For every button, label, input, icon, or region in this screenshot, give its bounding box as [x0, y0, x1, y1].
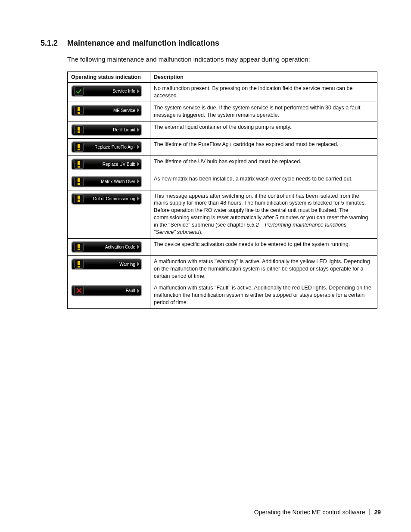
status-indicator[interactable]: Activation Code — [71, 241, 142, 253]
status-label: Service Info — [84, 89, 137, 93]
chevron-right-icon — [137, 145, 140, 149]
status-label: Warning — [84, 262, 137, 267]
status-indicator[interactable]: ME Service — [71, 105, 142, 116]
status-cell: ME Service — [68, 102, 150, 121]
status-indicator[interactable]: Warning — [71, 258, 142, 270]
status-cell: Warning — [68, 255, 150, 282]
status-label: ME Service — [84, 108, 137, 113]
exclamation-icon — [74, 160, 84, 169]
table-row: Matrix Wash OverAs new matrix has been i… — [68, 173, 377, 190]
chevron-right-icon — [137, 162, 140, 166]
page-footer: Operating the Nortec ME control software… — [254, 509, 381, 516]
status-cell: Replace UV Bulb — [68, 156, 150, 173]
description-cell: This message appears after switching on,… — [150, 190, 377, 238]
status-cell: Replace PureFlo Ag+ — [68, 138, 150, 156]
header-description: Description — [150, 72, 377, 83]
chevron-right-icon — [137, 245, 140, 249]
status-indicator[interactable]: Matrix Wash Over — [71, 176, 142, 187]
status-label: Activation Code — [84, 245, 137, 249]
cross-icon — [74, 286, 84, 295]
chevron-right-icon — [137, 262, 140, 266]
exclamation-icon — [74, 260, 84, 269]
status-cell: Fault — [68, 282, 150, 309]
header-status: Operating status indication — [68, 72, 150, 83]
table-row: ME ServiceThe system service is due. If … — [68, 102, 377, 121]
description-cell: The lifetime of the PureFlow Ag+ cartrid… — [150, 138, 377, 156]
table-row: FaultA malfunction with status "Fault" i… — [68, 282, 377, 309]
status-indicator[interactable]: Out of Commissioning — [71, 193, 142, 205]
section-number: 5.1.2 — [40, 39, 67, 48]
footer-divider — [369, 509, 370, 515]
check-icon — [74, 87, 84, 96]
exclamation-icon — [74, 143, 84, 152]
exclamation-icon — [74, 125, 84, 134]
description-cell: The external liquid container of the dos… — [150, 121, 377, 138]
table-row: WarningA malfunction with status "Warnin… — [68, 255, 377, 282]
status-label: Out of Commissioning — [84, 196, 137, 201]
table-row: Replace UV BulbThe lifetime of the UV bu… — [68, 156, 377, 173]
description-cell: The device specific activation code need… — [150, 238, 377, 255]
exclamation-icon — [74, 194, 84, 203]
description-cell: As new matrix has been installed, a matr… — [150, 173, 377, 190]
status-indicator[interactable]: Replace PureFlo Ag+ — [71, 141, 142, 153]
description-cell: The lifetime of the UV bulb has expired … — [150, 156, 377, 173]
table-row: Activation CodeThe device specific activ… — [68, 238, 377, 255]
section-heading: 5.1.2 Maintenance and malfunction indica… — [40, 39, 381, 48]
intro-text: The following maintenance and malfunctio… — [67, 56, 381, 63]
page-number: 29 — [374, 509, 381, 516]
status-indicator[interactable]: Replace UV Bulb — [71, 159, 142, 170]
status-cell: Out of Commissioning — [68, 190, 150, 238]
chevron-right-icon — [137, 289, 140, 293]
description-cell: A malfunction with status "Warning" is a… — [150, 255, 377, 282]
status-indicator[interactable]: Service Info — [71, 85, 142, 97]
description-cell: The system service is due. If the system… — [150, 102, 377, 121]
status-cell: Service Info — [68, 83, 150, 102]
status-indicator[interactable]: Refill Liquid — [71, 124, 142, 136]
exclamation-icon — [74, 177, 84, 186]
status-indicator[interactable]: Fault — [71, 285, 142, 296]
status-cell: Matrix Wash Over — [68, 173, 150, 190]
status-label: Matrix Wash Over — [84, 179, 137, 184]
chevron-right-icon — [137, 89, 140, 93]
footer-text: Operating the Nortec ME control software — [254, 509, 365, 516]
table-row: Out of CommissioningThis message appears… — [68, 190, 377, 238]
chevron-right-icon — [137, 179, 140, 184]
exclamation-icon — [74, 106, 84, 115]
chevron-right-icon — [137, 108, 140, 112]
page: 5.1.2 Maintenance and malfunction indica… — [0, 0, 411, 532]
section-title: Maintenance and malfunction indications — [67, 39, 219, 48]
status-cell: Refill Liquid — [68, 121, 150, 138]
indications-table: Operating status indication Description … — [67, 72, 377, 309]
description-cell: A malfunction with status "Fault" is act… — [150, 282, 377, 309]
table-row: Replace PureFlo Ag+The lifetime of the P… — [68, 138, 377, 156]
status-label: Replace UV Bulb — [84, 162, 137, 167]
status-label: Fault — [84, 288, 137, 293]
status-cell: Activation Code — [68, 238, 150, 255]
exclamation-icon — [74, 243, 84, 252]
description-cell: No malfunction present. By pressing on t… — [150, 83, 377, 102]
table-row: Refill LiquidThe external liquid contain… — [68, 121, 377, 138]
status-label: Replace PureFlo Ag+ — [84, 145, 137, 149]
table-row: Service InfoNo malfunction present. By p… — [68, 83, 377, 102]
status-label: Refill Liquid — [84, 128, 137, 132]
chevron-right-icon — [137, 196, 140, 201]
chevron-right-icon — [137, 128, 140, 132]
